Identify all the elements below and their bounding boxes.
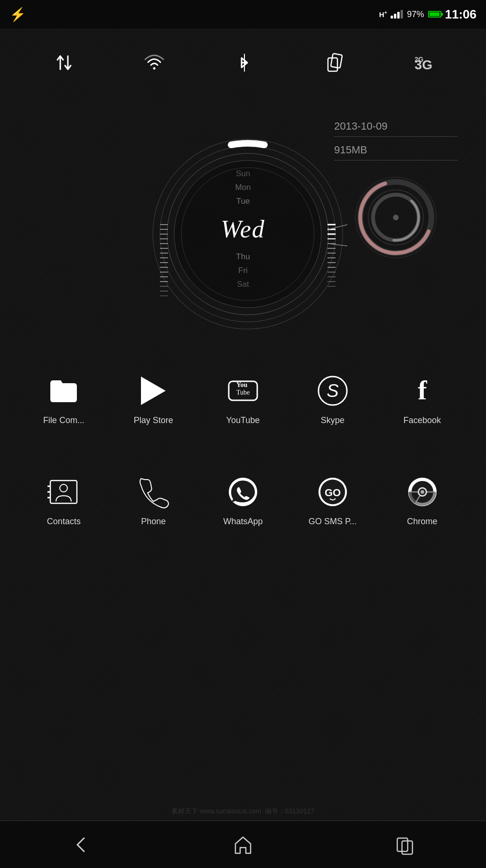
- file-commander-label: File Com...: [43, 415, 84, 425]
- clock-info-panel: 2013-10-09 915MB: [334, 120, 458, 263]
- network-3g-icon[interactable]: 2G3G: [415, 57, 432, 73]
- signal-bars: [391, 10, 403, 19]
- network-hplus-label: H+: [379, 10, 387, 19]
- svg-rect-1: [331, 53, 343, 68]
- memory-ring-widget: [334, 172, 458, 263]
- recents-button[interactable]: [386, 830, 424, 859]
- data-transfer-icon[interactable]: [54, 52, 75, 77]
- battery-percent: 97%: [407, 9, 424, 19]
- notification-icon: ⚡: [9, 7, 26, 22]
- skype-label: Skype: [321, 415, 345, 425]
- file-commander-icon: [45, 372, 83, 410]
- svg-marker-46: [141, 377, 166, 405]
- youtube-icon: You Tube: [224, 372, 262, 410]
- phone-label: Phone: [141, 517, 166, 527]
- whatsapp-label: WhatsApp: [223, 517, 262, 527]
- status-left: ⚡: [9, 7, 26, 22]
- phone-icon: [134, 473, 172, 511]
- day-wed-current: Wed: [221, 208, 265, 250]
- app-facebook[interactable]: f Facebook: [387, 372, 458, 425]
- app-gosms[interactable]: GO GO SMS P...: [297, 473, 368, 527]
- svg-point-57: [60, 484, 67, 492]
- status-right: H+ 97% 11:06: [379, 7, 477, 22]
- app-whatsapp[interactable]: WhatsApp: [207, 473, 279, 527]
- day-sun: Sun: [221, 167, 265, 181]
- status-time: 11:06: [445, 7, 477, 22]
- day-fri: Fri: [221, 264, 265, 278]
- battery-icon: [428, 11, 441, 18]
- svg-text:GO: GO: [325, 487, 341, 499]
- bluetooth-icon[interactable]: [234, 52, 255, 77]
- app-contacts[interactable]: Contacts: [28, 473, 99, 527]
- nav-bar: [0, 821, 486, 868]
- clock-widget: Sun Mon Tue Wed Thu Fri Sat 2013-10-09 9…: [0, 96, 486, 362]
- chrome-label: Chrome: [407, 517, 438, 527]
- main-clock[interactable]: Sun Mon Tue Wed Thu Fri Sat: [148, 134, 338, 324]
- youtube-label: YouTube: [226, 415, 260, 425]
- watermark: 素材天下 www.sucaisucai.com 编号：03130127: [0, 807, 486, 816]
- rotation-icon[interactable]: [324, 52, 345, 77]
- contacts-icon: [45, 473, 83, 511]
- day-tue: Tue: [221, 195, 265, 208]
- chrome-icon: [403, 473, 441, 511]
- app-row-2: Contacts Phone WhatsApp GO: [0, 463, 486, 536]
- contacts-label: Contacts: [47, 517, 81, 527]
- clock-memory-display: 915MB: [334, 144, 458, 160]
- skype-icon: S: [314, 372, 352, 410]
- svg-point-45: [393, 215, 399, 220]
- play-store-label: Play Store: [134, 415, 173, 425]
- status-bar: ⚡ H+ 97% 11:06: [0, 0, 486, 28]
- app-row-1: File Com... Play Store You Tube YouTube …: [0, 362, 486, 435]
- gosms-label: GO SMS P...: [308, 517, 357, 527]
- app-youtube[interactable]: You Tube YouTube: [207, 372, 279, 425]
- quick-settings-bar: 2G3G: [0, 43, 486, 87]
- svg-text:f: f: [418, 375, 427, 406]
- back-button[interactable]: [62, 830, 100, 859]
- app-file-commander[interactable]: File Com...: [28, 372, 99, 425]
- play-store-icon: [134, 372, 172, 410]
- home-button[interactable]: [224, 830, 262, 859]
- day-mon: Mon: [221, 181, 265, 195]
- clock-date-display: 2013-10-09: [334, 120, 458, 137]
- svg-text:S: S: [327, 381, 338, 401]
- clock-day-list: Sun Mon Tue Wed Thu Fri Sat: [221, 167, 265, 292]
- svg-text:You: You: [236, 381, 248, 388]
- day-thu: Thu: [221, 250, 265, 264]
- app-phone[interactable]: Phone: [118, 473, 189, 527]
- facebook-icon: f: [403, 372, 441, 410]
- whatsapp-icon: [224, 473, 262, 511]
- svg-point-69: [421, 490, 424, 494]
- wifi-icon[interactable]: [144, 52, 165, 77]
- svg-rect-0: [328, 58, 337, 71]
- svg-text:Tube: Tube: [236, 389, 250, 396]
- app-play-store[interactable]: Play Store: [118, 372, 189, 425]
- gosms-icon: GO: [314, 473, 352, 511]
- day-sat: Sat: [221, 278, 265, 292]
- app-chrome[interactable]: Chrome: [387, 473, 458, 527]
- app-skype[interactable]: S Skype: [297, 372, 368, 425]
- facebook-label: Facebook: [403, 415, 441, 425]
